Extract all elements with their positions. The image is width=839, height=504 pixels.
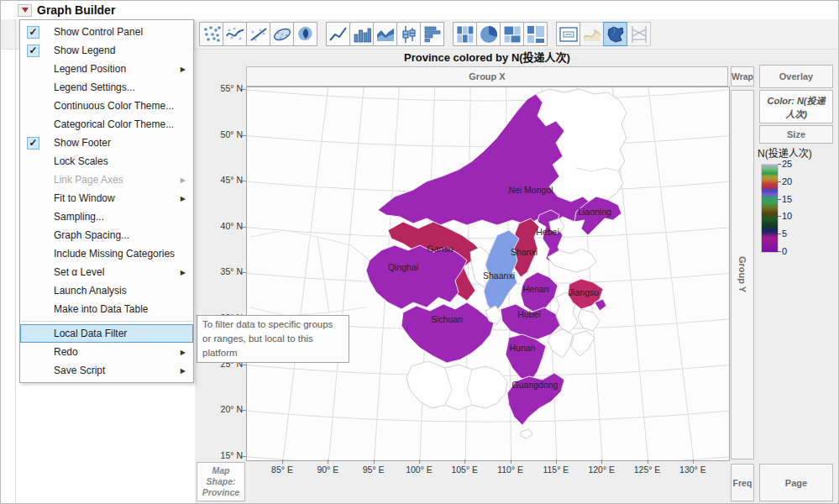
menu-item-label: Categorical Color Theme... [54, 118, 174, 130]
x-axis-label: 115° E [533, 465, 579, 475]
line-chart-icon[interactable] [326, 22, 350, 46]
menu-item-sampling[interactable]: Sampling... [20, 207, 193, 226]
axis-tick [242, 181, 246, 181]
menu-item-label: Save Script [54, 365, 105, 376]
province-hunan[interactable] [506, 334, 546, 381]
heatmap-icon[interactable] [453, 22, 477, 46]
menu-item-label: Continuous Color Theme... [54, 100, 174, 112]
axis-tick [511, 459, 511, 464]
checkbox-spacer [27, 248, 39, 260]
menu-item-show-legend[interactable]: ✓Show Legend [20, 41, 193, 60]
contour-icon[interactable] [293, 22, 317, 46]
axis-tick [242, 89, 246, 90]
treemap-icon[interactable] [500, 22, 524, 46]
checkbox-spacer [27, 100, 39, 113]
menu-item-show-control-panel[interactable]: ✓Show Control Panel [20, 23, 193, 41]
zone-size[interactable]: Size [759, 125, 833, 144]
china-choropleth-map[interactable]: Nei MongolLiaoningHebeiShanxiShaanxiGans… [247, 87, 729, 460]
y-axis-label: 20° N [199, 404, 243, 414]
province-label: Shaanxi [483, 270, 515, 281]
y-axis-label: 55° N [199, 83, 243, 93]
pie-chart-icon[interactable] [476, 22, 501, 46]
axis-tick [242, 410, 246, 411]
menu-separator [21, 321, 192, 322]
province-hainan[interactable] [521, 429, 532, 438]
smoother-icon[interactable] [223, 22, 247, 46]
area-chart-icon[interactable] [373, 22, 397, 46]
province-yunnan-guizhou-guangxi[interactable] [406, 361, 507, 410]
province-label: Gansu [427, 244, 454, 254]
menu-item-link-page-axes[interactable]: Link Page Axes▶ [20, 171, 193, 189]
zone-overlay[interactable]: Overlay [759, 65, 833, 88]
menu-item-graph-spacing[interactable]: Graph Spacing... [20, 226, 193, 244]
menu-item-make-into-data-table[interactable]: Make into Data Table [20, 300, 193, 318]
red-triangle-icon [22, 8, 29, 13]
legend-tick-mark [778, 251, 781, 252]
zone-wrap[interactable]: Wrap [731, 66, 754, 87]
parallel-plot-icon[interactable] [627, 22, 651, 46]
checkbox-spacer [27, 155, 39, 168]
legend-tick-mark [778, 216, 781, 217]
zone-color[interactable]: Color: N(投递人次) [759, 90, 833, 123]
points-icon[interactable] [199, 22, 223, 46]
line-of-fit-icon[interactable] [246, 22, 270, 46]
menu-item-set-level[interactable]: Set α Level▶ [20, 263, 193, 281]
disclosure-button[interactable] [18, 4, 32, 17]
menu-item-save-script[interactable]: Save Script▶ [20, 361, 193, 380]
province-label: Guangdong [512, 380, 558, 390]
province-label: Sichuan [431, 314, 463, 324]
histogram-icon[interactable] [420, 22, 444, 46]
axis-tick [242, 365, 246, 365]
x-axis-label: 110° E [488, 465, 533, 475]
axis-tick [556, 459, 557, 464]
axis-tick [282, 459, 283, 464]
zone-page[interactable]: Page [759, 464, 833, 501]
axis-tick [242, 227, 246, 228]
ellipse-icon[interactable] [270, 22, 294, 46]
caption-box-icon[interactable] [556, 22, 580, 46]
menu-item-include-missing-categories[interactable]: Include Missing Categories [20, 244, 193, 263]
toolbar-group [199, 22, 317, 46]
axis-tick [242, 272, 246, 273]
menu-item-categorical-color-theme[interactable]: Categorical Color Theme... [20, 115, 193, 134]
map-plot-area[interactable]: Nei MongolLiaoningHebeiShanxiShaanxiGans… [246, 87, 730, 461]
axis-tick [693, 459, 694, 464]
formula-icon[interactable] [579, 22, 604, 46]
submenu-arrow-icon: ▶ [181, 195, 186, 202]
mosaic-icon[interactable] [523, 22, 548, 46]
menu-item-continuous-color-theme[interactable]: Continuous Color Theme... [20, 97, 193, 115]
province-label: Qinghai [388, 262, 418, 272]
y-axis-label: 35° N [199, 266, 243, 276]
zone-freq[interactable]: Freq [731, 464, 754, 501]
province-fujian[interactable] [571, 331, 595, 356]
zone-map-shape[interactable]: Map Shape: Province [197, 462, 245, 501]
menu-item-launch-analysis[interactable]: Launch Analysis [20, 281, 193, 300]
bar-chart-icon[interactable] [349, 22, 374, 46]
menu-item-legend-position[interactable]: Legend Position▶ [20, 60, 193, 78]
province-label: Henan [523, 284, 549, 294]
axis-tick [374, 459, 375, 464]
menu-item-label: Launch Analysis [54, 285, 127, 297]
menu-item-show-footer[interactable]: ✓Show Footer [20, 134, 193, 152]
legend-tick-label: 25 [782, 159, 807, 169]
province-qinghai[interactable] [366, 245, 467, 309]
menu-item-redo[interactable]: Redo▶ [20, 343, 193, 361]
box-plot-icon[interactable] [396, 22, 421, 46]
checkmark-icon: ✓ [27, 26, 39, 39]
checkbox-spacer [27, 328, 39, 340]
province-label: Jiangsu [569, 287, 599, 297]
map-shapes-icon[interactable] [603, 22, 627, 46]
menu-item-fit-to-window[interactable]: Fit to Window▶ [20, 189, 193, 207]
menu-item-lock-scales[interactable]: Lock Scales [20, 152, 193, 171]
zone-group-y[interactable]: Group Y [731, 90, 754, 459]
menu-item-label: Legend Settings... [54, 81, 135, 93]
x-axis-label: 95° E [351, 465, 396, 475]
menu-item-label: Fit to Window [54, 192, 115, 204]
menu-item-legend-settings[interactable]: Legend Settings... [20, 78, 193, 97]
province-sichuan[interactable] [401, 302, 494, 363]
menu-item-label: Legend Position [54, 63, 126, 75]
submenu-arrow-icon: ▶ [181, 349, 186, 356]
zone-group-x[interactable]: Group X [246, 66, 728, 87]
legend-gradient-bar[interactable] [761, 164, 779, 253]
menu-item-local-data-filter[interactable]: Local Data Filter [20, 324, 193, 343]
